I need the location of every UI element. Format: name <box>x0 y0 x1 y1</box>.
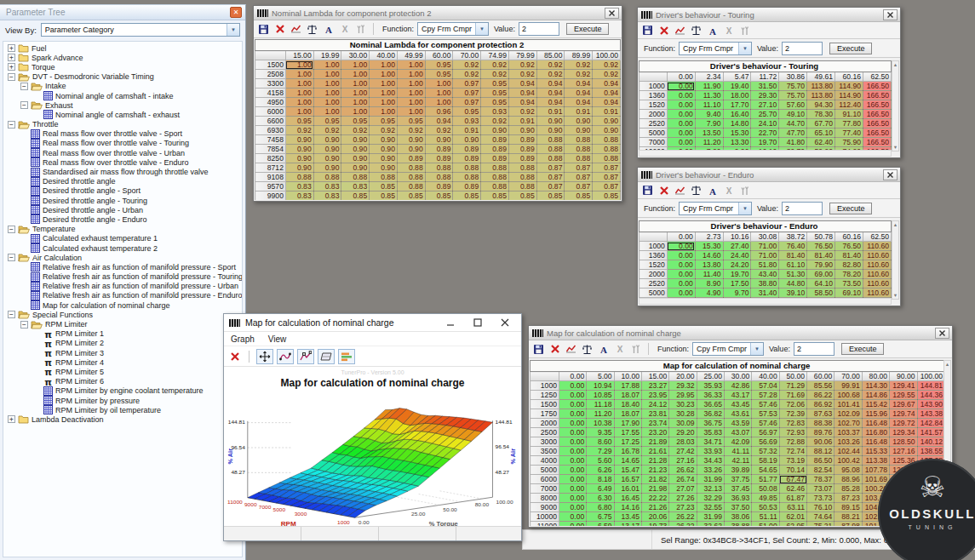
row-header[interactable]: 4158 <box>255 89 286 98</box>
cell[interactable]: 0.95 <box>481 98 509 107</box>
cell[interactable]: 0.00 <box>667 260 695 270</box>
cell[interactable]: 0.89 <box>481 145 509 154</box>
cell[interactable]: 0.00 <box>559 512 586 522</box>
cell[interactable]: 1.00 <box>313 89 341 98</box>
cell[interactable]: 29.95 <box>669 391 697 400</box>
cell[interactable]: 51.80 <box>751 260 779 270</box>
cell[interactable]: 1.00 <box>425 98 453 107</box>
cell[interactable]: 11.30 <box>695 91 723 100</box>
tree-item[interactable]: −Intake <box>5 82 242 91</box>
cell[interactable]: 113.38 <box>862 456 889 466</box>
y-axis-icon[interactable] <box>737 184 752 197</box>
cell[interactable]: 0.00 <box>667 279 695 289</box>
cell[interactable]: 0.90 <box>285 163 313 173</box>
cell[interactable]: 72.83 <box>779 419 806 428</box>
cell[interactable]: 29.32 <box>669 381 697 391</box>
col-header[interactable]: 5.47 <box>723 72 751 82</box>
row-header[interactable]: 7854 <box>255 145 286 154</box>
col-header[interactable]: 50.78 <box>807 232 835 242</box>
cell[interactable]: 0.92 <box>453 60 481 70</box>
cell[interactable]: 21.26 <box>641 503 668 512</box>
cell[interactable]: 0.88 <box>481 182 509 191</box>
cell[interactable]: 113.80 <box>807 91 835 100</box>
cell[interactable]: 89.76 <box>807 428 834 437</box>
cell[interactable]: 56.97 <box>752 428 779 437</box>
row-header[interactable]: 3500 <box>531 447 559 456</box>
cell[interactable]: 18.00 <box>723 91 751 100</box>
cell[interactable]: 0.91 <box>565 107 593 117</box>
cell[interactable]: 0.94 <box>565 98 593 107</box>
cell[interactable]: 82.80 <box>835 260 863 270</box>
tree-item[interactable]: πRPM Limiter 1 <box>5 329 242 339</box>
cell[interactable]: 78.20 <box>835 270 863 279</box>
col-header[interactable]: 2.34 <box>695 72 723 82</box>
tree-item[interactable]: Real mass flow over throttle valve - Spo… <box>5 129 242 139</box>
cell[interactable]: 25.70 <box>751 110 779 119</box>
cell[interactable]: 115.33 <box>862 447 889 456</box>
cell[interactable]: 36.93 <box>725 494 752 503</box>
row-header[interactable]: 5000 <box>531 466 559 475</box>
tree-item[interactable]: Relative fresh air as function of manifo… <box>5 291 242 300</box>
cell[interactable]: 0.90 <box>565 126 593 135</box>
cell[interactable]: 16.78 <box>614 447 641 456</box>
col-header[interactable]: 30.00 <box>725 372 752 381</box>
tree-item[interactable]: Desired throttle angle - Enduro <box>5 214 242 224</box>
col-header[interactable]: 100.00 <box>917 372 945 381</box>
cell[interactable]: 21.61 <box>641 447 668 456</box>
tree-item[interactable]: πRPM Limiter 4 <box>5 357 242 367</box>
parameter-tree[interactable]: +Fuel+Spark Advance+Torque−DVT - Desmodr… <box>3 41 243 557</box>
col-header[interactable]: 20.00 <box>669 372 697 381</box>
cell[interactable]: 23.81 <box>641 409 668 419</box>
horizontal-scrollbar[interactable] <box>639 298 892 305</box>
cell[interactable]: 0.88 <box>565 135 593 145</box>
cell[interactable]: 9.70 <box>723 289 751 298</box>
execute-button[interactable]: Execute <box>829 43 873 54</box>
col-header[interactable]: 80.00 <box>862 372 889 381</box>
cell[interactable]: 1.00 <box>313 60 341 70</box>
collapse-icon[interactable]: − <box>8 311 15 318</box>
cell[interactable]: 67.47 <box>779 475 806 484</box>
cell[interactable]: 1.00 <box>285 89 313 98</box>
cell[interactable]: 27.42 <box>669 447 697 456</box>
cell[interactable]: 89.15 <box>834 503 862 512</box>
cell[interactable]: 75.70 <box>779 91 807 100</box>
cell[interactable]: 57.46 <box>752 419 779 428</box>
col-header[interactable]: 11.72 <box>751 72 779 82</box>
cell[interactable]: 100.68 <box>834 391 862 400</box>
cell[interactable]: 0.90 <box>341 163 370 173</box>
cell[interactable]: 85.28 <box>834 484 862 494</box>
row-header[interactable]: 7458 <box>255 135 286 145</box>
col-header[interactable]: 2.73 <box>695 232 723 242</box>
cell[interactable]: 8.60 <box>587 437 614 447</box>
cell[interactable]: 142.84 <box>917 419 945 428</box>
cell[interactable]: 0.83 <box>341 182 370 191</box>
cell[interactable]: 0.00 <box>667 91 695 100</box>
cell[interactable]: 49.85 <box>752 494 779 503</box>
save-icon[interactable] <box>640 184 655 197</box>
cell[interactable]: 0.90 <box>593 126 621 135</box>
cell[interactable]: 0.92 <box>536 60 565 70</box>
row-header[interactable]: 11000 <box>531 522 559 527</box>
cell[interactable]: 0.91 <box>453 126 481 135</box>
cell[interactable]: 1.00 <box>370 107 398 117</box>
cell[interactable]: 0.00 <box>559 484 586 494</box>
cell[interactable]: 10.85 <box>587 391 614 400</box>
cell[interactable]: 116.48 <box>862 437 889 447</box>
cell[interactable]: 21.98 <box>641 484 668 494</box>
row-header[interactable]: 7000 <box>531 484 559 494</box>
cell[interactable]: 29.30 <box>751 91 779 100</box>
cell[interactable]: 0.89 <box>508 145 536 154</box>
tree-item[interactable]: Map for calculation of nominal charge <box>5 300 242 310</box>
col-header[interactable]: 62.50 <box>863 232 891 242</box>
row-header[interactable]: 9900 <box>255 191 286 201</box>
tree-item[interactable]: −Exhaust <box>5 100 242 110</box>
cell[interactable]: 11.20 <box>587 409 614 419</box>
tree-item[interactable]: Standardised air mass flow through throt… <box>5 167 242 176</box>
cell[interactable]: 0.90 <box>370 163 398 173</box>
cell[interactable]: 30.28 <box>669 409 697 419</box>
cell[interactable]: 0.95 <box>453 107 481 117</box>
row-header[interactable]: 6930 <box>255 126 286 135</box>
cell[interactable]: 23.20 <box>641 428 668 437</box>
cell[interactable]: 0.88 <box>370 173 398 182</box>
window-titlebar[interactable]: Map for calculation of nominal charge <box>224 314 521 332</box>
